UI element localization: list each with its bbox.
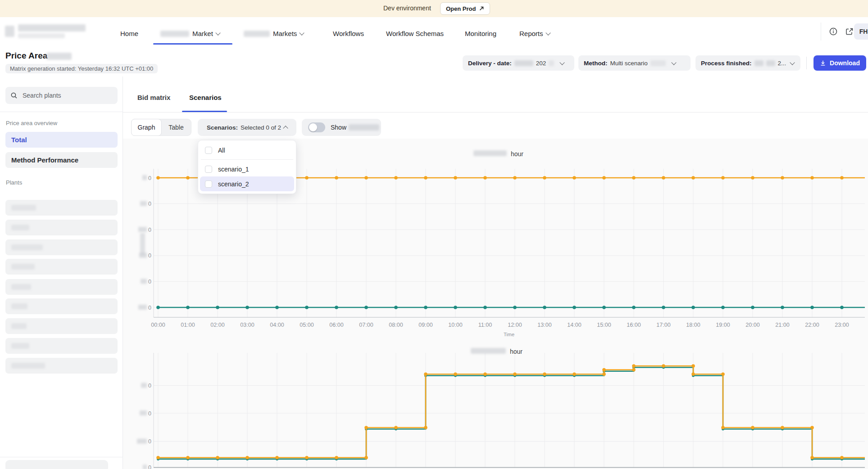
nav-home-label: Home xyxy=(120,30,138,37)
filter-delivery-label: Delivery - date: xyxy=(468,60,512,67)
chevron-down-icon xyxy=(560,60,565,65)
sidebar: Price area overview Total Method Perform… xyxy=(0,77,123,469)
tab-scenarios[interactable]: Scenarios xyxy=(189,94,222,101)
filter-process-label: Process finished: xyxy=(701,60,752,67)
sidebar-bottom-pill[interactable] xyxy=(5,460,108,469)
svg-text:17:00: 17:00 xyxy=(656,322,670,328)
download-button[interactable]: Download xyxy=(813,55,866,71)
redacted-plant-name xyxy=(11,303,27,309)
tab-bid-matrix[interactable]: Bid matrix xyxy=(137,94,170,101)
redacted-plant-name xyxy=(11,205,36,211)
dropdown-item-all[interactable]: All xyxy=(200,143,294,158)
method-performance-label: Method Performance xyxy=(11,156,78,164)
filter-process-finished[interactable]: Process finished: 2... xyxy=(695,55,800,71)
svg-text:00:00: 00:00 xyxy=(151,322,165,328)
dropdown-item-scenario-1[interactable]: scenario_1 xyxy=(200,162,294,176)
filter-method[interactable]: Method: Multi scenario xyxy=(578,55,691,71)
svg-text:14:00: 14:00 xyxy=(567,322,581,328)
nav-item-workflow-schemas[interactable]: Workflow Schemas xyxy=(386,30,444,37)
nav-reports-label: Reports xyxy=(519,30,543,37)
svg-text:0: 0 xyxy=(148,253,151,259)
svg-text:0: 0 xyxy=(148,175,151,181)
view-toggle-graph[interactable]: Graph xyxy=(131,119,162,136)
svg-text:0: 0 xyxy=(148,438,151,445)
redacted-logo-subtext xyxy=(18,33,65,38)
redacted-delivery-year-end xyxy=(549,60,554,66)
nav-item-market[interactable]: Market xyxy=(160,30,220,37)
plant-list-item[interactable] xyxy=(5,298,118,314)
sidebar-bottom-divider xyxy=(0,457,123,457)
show-toggle-switch[interactable] xyxy=(308,122,325,132)
nav-item-monitoring[interactable]: Monitoring xyxy=(465,30,496,37)
chevron-down-icon xyxy=(300,30,304,35)
view-toggle-table[interactable]: Table xyxy=(161,119,191,135)
external-link-icon[interactable] xyxy=(845,27,854,36)
checkbox-scenario-2[interactable] xyxy=(205,180,212,188)
plant-list-item[interactable] xyxy=(5,279,118,295)
redacted-plant-name xyxy=(11,343,29,349)
plant-list-item[interactable] xyxy=(5,220,118,235)
sidebar-item-total[interactable]: Total xyxy=(5,132,118,148)
main-content: Bid matrix Scenarios Graph Table Scenari… xyxy=(123,77,868,469)
nav-item-reports[interactable]: Reports xyxy=(519,30,550,37)
tab-bid-matrix-label: Bid matrix xyxy=(137,94,170,101)
open-prod-button[interactable]: Open Prod xyxy=(440,2,490,15)
svg-text:16:00: 16:00 xyxy=(627,322,641,328)
svg-text:0: 0 xyxy=(148,383,151,389)
dropdown-scenario-1-label: scenario_1 xyxy=(218,166,249,173)
plants-section-label: Plants xyxy=(6,179,22,186)
svg-text:22:00: 22:00 xyxy=(805,322,819,328)
redacted-process-1 xyxy=(754,60,763,66)
plant-list-item[interactable] xyxy=(5,259,118,275)
scenarios-select-button[interactable]: Scenarios: Selected 0 of 2 xyxy=(198,119,296,136)
tab-scenarios-label: Scenarios xyxy=(189,94,222,101)
svg-text:05:00: 05:00 xyxy=(300,322,314,328)
plant-list-item[interactable] xyxy=(5,318,118,334)
dropdown-scenario-2-label: scenario_2 xyxy=(218,180,249,188)
plant-list-item[interactable] xyxy=(5,239,118,255)
status-badge: Matrix generation started: Yesterday 16:… xyxy=(5,64,158,73)
svg-text:23:00: 23:00 xyxy=(835,322,849,328)
redacted-plant-name xyxy=(11,284,31,290)
checkbox-scenario-1[interactable] xyxy=(205,166,212,173)
scenarios-button-rest: Selected 0 of 2 xyxy=(241,124,281,131)
search-icon xyxy=(10,92,18,99)
dropdown-all-label: All xyxy=(218,147,225,154)
svg-text:07:00: 07:00 xyxy=(359,322,373,328)
nav-market-label: Market xyxy=(192,30,213,37)
plant-list-item[interactable] xyxy=(5,200,118,216)
user-avatar[interactable]: FH xyxy=(854,23,868,40)
nav-item-markets[interactable]: Markets xyxy=(244,30,304,37)
svg-text:0: 0 xyxy=(148,464,151,469)
redacted-plant-name xyxy=(11,363,45,369)
redacted-process-2 xyxy=(766,60,775,66)
plant-list-item[interactable] xyxy=(5,358,118,374)
svg-text:01:00: 01:00 xyxy=(181,322,195,328)
chart2-title-text: hour xyxy=(510,348,523,355)
filter-delivery-date[interactable]: Delivery - date: 202 xyxy=(463,55,574,71)
nav-item-workflows[interactable]: Workflows xyxy=(333,30,364,37)
svg-text:02:00: 02:00 xyxy=(210,322,224,328)
svg-text:15:00: 15:00 xyxy=(597,322,611,328)
svg-text:09:00: 09:00 xyxy=(418,322,432,328)
redacted-delivery-day xyxy=(514,60,533,66)
plant-search[interactable] xyxy=(5,87,118,104)
dev-environment-label: Dev environment xyxy=(383,5,431,12)
info-icon[interactable] xyxy=(829,27,838,36)
search-input[interactable] xyxy=(22,91,105,99)
dropdown-item-scenario-2[interactable]: scenario_2 xyxy=(200,176,294,191)
checkbox-all[interactable] xyxy=(205,147,212,154)
overview-section-label: Price area overview xyxy=(6,120,57,126)
redacted-plant-name xyxy=(11,323,27,329)
nav-workflow-schemas-label: Workflow Schemas xyxy=(386,30,444,37)
svg-text:0: 0 xyxy=(148,279,151,285)
redacted-chart1-title-prefix xyxy=(473,150,507,156)
redacted-markets-prefix xyxy=(244,31,270,37)
sidebar-item-method-performance[interactable]: Method Performance xyxy=(5,152,118,168)
redacted-plant-name xyxy=(11,225,29,230)
svg-text:10:00: 10:00 xyxy=(448,322,462,328)
redacted-method-suffix xyxy=(650,60,666,66)
nav-item-home[interactable]: Home xyxy=(120,30,138,37)
redacted-market-prefix xyxy=(160,31,189,37)
plant-list-item[interactable] xyxy=(5,338,118,354)
